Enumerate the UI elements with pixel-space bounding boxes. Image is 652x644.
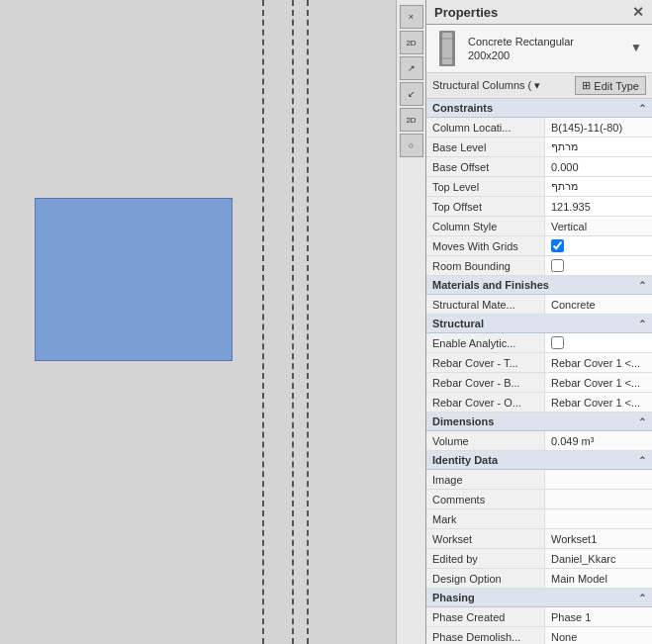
prop-value: Phase 1 xyxy=(545,607,652,626)
section-label-structural: Structural xyxy=(432,318,484,329)
view-options-btn[interactable]: ○ xyxy=(400,134,423,157)
element-type-name: Concrete Rectangular 200x200 xyxy=(468,35,624,63)
checkbox-checked[interactable] xyxy=(551,239,564,252)
prop-value[interactable] xyxy=(545,333,652,352)
prop-value xyxy=(545,490,652,508)
section-chevron-identity[interactable]: ⌃ xyxy=(638,455,646,466)
prop-row: Volume0.049 m³ xyxy=(426,431,652,451)
prop-value xyxy=(545,470,652,489)
prop-row: Enable Analytic... xyxy=(426,333,652,353)
2d-btn-1[interactable]: 2D xyxy=(400,31,423,54)
prop-value: Concrete xyxy=(545,295,652,314)
prop-row: Rebar Cover - O...Rebar Cover 1 <... xyxy=(426,393,652,413)
prop-label: Design Option xyxy=(426,569,545,588)
section-header-structural[interactable]: Structural⌃ xyxy=(426,315,652,333)
prop-value xyxy=(545,509,652,528)
prop-row: Image xyxy=(426,470,652,490)
element-expand-btn[interactable]: ▼ xyxy=(630,41,646,56)
prop-label: Base Offset xyxy=(426,157,545,176)
prop-row: Design OptionMain Model xyxy=(426,569,652,589)
svg-rect-1 xyxy=(442,33,452,64)
drawing-toolbar: × 2D ↗ ↙ 2D ○ xyxy=(396,0,425,644)
checkbox-unchecked[interactable] xyxy=(551,259,564,272)
edit-type-icon: ⊞ xyxy=(582,79,591,92)
2d-btn-2[interactable]: 2D xyxy=(400,108,423,132)
prop-value: Daniel_Kkarc xyxy=(545,549,652,568)
section-header-phasing[interactable]: Phasing⌃ xyxy=(426,589,652,607)
prop-label: Rebar Cover - B... xyxy=(426,373,545,392)
element-type-row: Concrete Rectangular 200x200 ▼ xyxy=(426,25,652,73)
instance-row: Structural Columns ( ▾ ⊞ Edit Type xyxy=(426,73,652,99)
prop-label: Phase Demolish... xyxy=(426,627,545,644)
grid-line-1 xyxy=(262,0,264,644)
prop-label: Enable Analytic... xyxy=(426,333,545,352)
prop-row: Phase Demolish...None xyxy=(426,627,652,644)
prop-row: Column Locati...B(145)-11(-80) xyxy=(426,118,652,138)
drawing-area: × 2D ↗ ↙ 2D ○ xyxy=(0,0,425,644)
section-chevron-structural[interactable]: ⌃ xyxy=(638,319,646,329)
prop-row: Moves With Grids xyxy=(426,236,652,256)
prop-value[interactable]: 121.935 xyxy=(545,197,652,216)
close-view-btn[interactable]: × xyxy=(400,5,423,29)
section-label-identity: Identity Data xyxy=(432,454,498,466)
prop-value: 0.049 m³ xyxy=(545,431,652,450)
prop-value[interactable] xyxy=(545,236,652,255)
panel-header: Properties ✕ xyxy=(426,0,652,25)
prop-row: Edited byDaniel_Kkarc xyxy=(426,549,652,569)
prop-row: Base Offset0.000 xyxy=(426,157,652,177)
prop-label: Column Locati... xyxy=(426,118,545,137)
section-label-constraints: Constraints xyxy=(432,102,493,114)
section-header-constraints[interactable]: Constraints⌃ xyxy=(426,99,652,118)
instance-selector[interactable]: Structural Columns ( ▾ xyxy=(432,79,571,92)
prop-label: Top Offset xyxy=(426,197,545,216)
prop-value[interactable] xyxy=(545,256,652,275)
section-chevron-dimensions[interactable]: ⌃ xyxy=(638,416,646,427)
prop-label: Rebar Cover - T... xyxy=(426,353,545,372)
prop-row: Room Bounding xyxy=(426,256,652,276)
prop-value[interactable]: 0.000 xyxy=(545,157,652,176)
prop-value: Rebar Cover 1 <... xyxy=(545,373,652,392)
prop-value: None xyxy=(545,627,652,644)
prop-label: Volume xyxy=(426,431,545,450)
prop-value[interactable]: מרתף xyxy=(545,177,652,196)
section-chevron-materials[interactable]: ⌃ xyxy=(638,280,646,291)
prop-value[interactable]: מרתף xyxy=(545,138,652,156)
section-chevron-constraints[interactable]: ⌃ xyxy=(638,103,646,114)
prop-row: Top Offset121.935 xyxy=(426,197,652,217)
section-header-materials[interactable]: Materials and Finishes⌃ xyxy=(426,276,652,295)
prop-label: Mark xyxy=(426,509,545,528)
column-element[interactable] xyxy=(35,198,233,361)
prop-row: Rebar Cover - B...Rebar Cover 1 <... xyxy=(426,373,652,393)
prop-value: Workset1 xyxy=(545,529,652,548)
prop-label: Edited by xyxy=(426,549,545,568)
prop-row: Comments xyxy=(426,490,652,509)
section-label-materials: Materials and Finishes xyxy=(432,279,549,291)
edit-type-button[interactable]: ⊞ Edit Type xyxy=(575,76,646,95)
checkbox-unchecked[interactable] xyxy=(551,336,564,349)
prop-label: Structural Mate... xyxy=(426,295,545,314)
prop-row: Top Levelמרתף xyxy=(426,177,652,197)
properties-container[interactable]: Constraints⌃Column Locati...B(145)-11(-8… xyxy=(426,99,652,644)
prop-label: Top Level xyxy=(426,177,545,196)
prop-label: Room Bounding xyxy=(426,256,545,275)
section-chevron-phasing[interactable]: ⌃ xyxy=(638,593,646,603)
prop-value: Vertical xyxy=(545,217,652,235)
prop-label: Rebar Cover - O... xyxy=(426,393,545,412)
prop-label: Workset xyxy=(426,529,545,548)
prop-row: WorksetWorkset1 xyxy=(426,529,652,549)
prop-row: Base Levelמרתף xyxy=(426,138,652,157)
section-label-phasing: Phasing xyxy=(432,592,475,603)
element-type-icon xyxy=(432,29,462,68)
instance-dropdown-icon[interactable]: ▾ xyxy=(534,79,540,91)
prop-value: B(145)-11(-80) xyxy=(545,118,652,137)
zoom-in-btn[interactable]: ↗ xyxy=(400,56,423,80)
panel-title: Properties xyxy=(434,5,498,20)
prop-label: Phase Created xyxy=(426,607,545,626)
properties-panel: Properties ✕ Concrete Rectangular 200x20… xyxy=(425,0,652,644)
panel-close-btn[interactable]: ✕ xyxy=(632,4,644,20)
prop-label: Image xyxy=(426,470,545,489)
prop-value: Rebar Cover 1 <... xyxy=(545,393,652,412)
section-header-dimensions[interactable]: Dimensions⌃ xyxy=(426,413,652,431)
zoom-out-btn[interactable]: ↙ xyxy=(400,82,423,106)
section-header-identity[interactable]: Identity Data⌃ xyxy=(426,451,652,470)
